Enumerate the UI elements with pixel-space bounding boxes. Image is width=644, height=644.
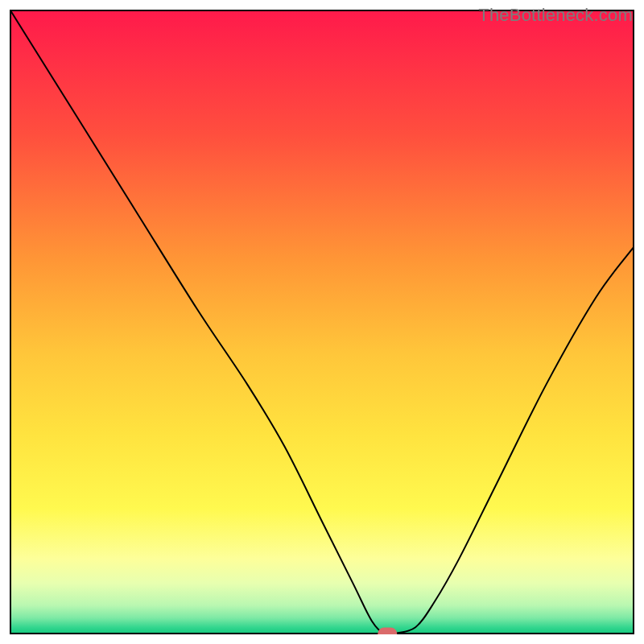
watermark-text: TheBottleneck.com (478, 5, 633, 26)
chart-marker (378, 628, 397, 635)
chart-background (10, 10, 634, 634)
chart-svg (10, 10, 634, 634)
chart-root: TheBottleneck.com (0, 0, 644, 644)
chart-frame (10, 10, 634, 634)
